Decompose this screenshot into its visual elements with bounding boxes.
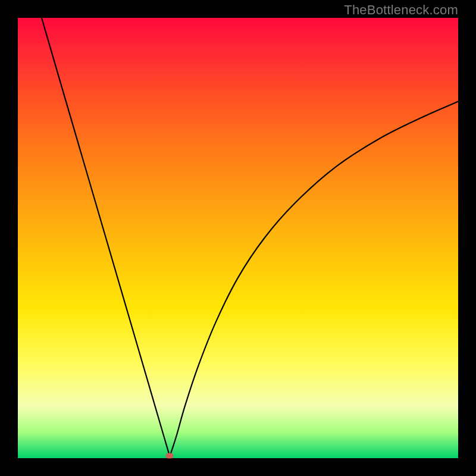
bottleneck-curve	[18, 18, 458, 458]
chart-frame: TheBottleneck.com	[0, 0, 476, 476]
optimal-marker	[166, 453, 174, 458]
plot-area	[18, 18, 458, 458]
watermark-label: TheBottleneck.com	[344, 2, 458, 18]
